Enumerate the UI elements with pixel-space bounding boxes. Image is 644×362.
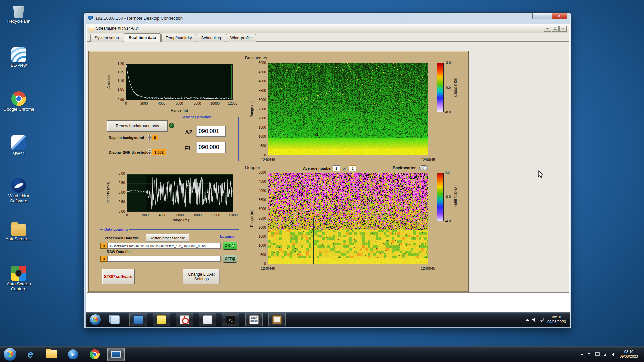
- remote-start-button[interactable]: [90, 314, 101, 325]
- taskbar-google-chrome[interactable]: [86, 348, 103, 361]
- tab-real-time-data[interactable]: Real time data: [124, 33, 161, 42]
- action-center-flag-icon[interactable]: [587, 352, 592, 357]
- system-clock[interactable]: 08:10 09/08/2023: [620, 350, 638, 359]
- display-icon[interactable]: [595, 352, 600, 357]
- desktop-icon-wind-lidar-software[interactable]: Wind Lidar Software: [3, 178, 35, 204]
- remote-taskbar-power-app[interactable]: [176, 313, 193, 326]
- logging-label: Logging: [220, 234, 234, 238]
- close-button[interactable]: ×: [552, 13, 567, 19]
- processed-drive-selector[interactable]: C: [100, 243, 107, 249]
- snr-value[interactable]: 1.002: [152, 149, 166, 155]
- average-total-value[interactable]: 1: [349, 165, 356, 171]
- axis-tick: 1.10: [111, 79, 124, 83]
- az-label: AZ: [185, 130, 192, 136]
- remote-taskbar-icons: >_Scan sched: [106, 313, 286, 326]
- tab-temp-humidity[interactable]: Temp/humidity: [161, 34, 196, 42]
- remote-taskbar-white-app[interactable]: [199, 313, 216, 326]
- off-label: OFF: [225, 257, 232, 261]
- raw-path-field[interactable]: [107, 256, 221, 262]
- raw-drive-selector[interactable]: C: [100, 256, 107, 262]
- processed-logging-toggle[interactable]: ON: [223, 242, 237, 250]
- doppler-plot[interactable]: [268, 173, 428, 264]
- tab-system-setup[interactable]: System setup: [90, 34, 123, 42]
- remote-network-icon[interactable]: [540, 317, 544, 322]
- streamline-app-window: StreamLine XR v14-6.vi − □ × System setu…: [87, 24, 569, 293]
- rdp-window-title: 192.168.0.150 - Remote Desktop Connectio…: [95, 16, 183, 21]
- remote-clock[interactable]: 08:10 09/08/2023: [547, 315, 566, 324]
- remote-taskbar-sticky-notes[interactable]: [153, 313, 170, 326]
- el-value[interactable]: 090.000: [196, 142, 226, 153]
- renew-background-button[interactable]: Renew background now: [107, 120, 168, 132]
- desktop-icon-auto-screen-capture[interactable]: Auto Screen Capture: [3, 266, 35, 292]
- volume-icon[interactable]: [611, 352, 616, 357]
- axis-tick: 1500: [253, 235, 266, 238]
- backscatter-display-toggle[interactable]: [419, 165, 428, 170]
- remote-desktop-icon: [111, 350, 121, 358]
- axis-tick: -5.00: [112, 209, 125, 213]
- app-content: A-scope Range (m) Renew background now R…: [87, 42, 569, 292]
- remote-taskbar-scan-scheduler[interactable]: Scan sched: [245, 313, 263, 326]
- bl-view-icon: [11, 47, 26, 62]
- dual-window-icon: [110, 315, 120, 324]
- axis-tick: 5.00: [112, 172, 125, 175]
- velocity-y-axis-label: Velocity (m/s): [106, 174, 111, 212]
- hidden-icons-button[interactable]: [580, 353, 584, 355]
- rays-spinner[interactable]: [148, 135, 151, 140]
- axis-tick: 2500: [253, 217, 266, 220]
- raw-logging-toggle[interactable]: OFF: [223, 255, 237, 263]
- rays-value[interactable]: 8: [152, 135, 158, 140]
- stop-software-button[interactable]: STOP software: [102, 269, 135, 284]
- axis-tick: 3500: [253, 89, 266, 93]
- axis-tick: 2.50: [112, 181, 125, 185]
- maximize-button[interactable]: □: [542, 13, 552, 19]
- app-close-button[interactable]: ×: [559, 26, 567, 32]
- start-button[interactable]: [3, 348, 17, 361]
- tab-scheduling[interactable]: Scheduling: [197, 34, 225, 42]
- velocity-plot[interactable]: [127, 174, 233, 212]
- taskbar-remote-desktop[interactable]: [107, 348, 125, 361]
- desktop-icon-recycle-bin[interactable]: Recycle Bin: [3, 3, 35, 24]
- az-value[interactable]: 090.001: [196, 126, 226, 137]
- average-number-value[interactable]: 1: [333, 165, 340, 171]
- app-minimize-button[interactable]: −: [544, 26, 551, 32]
- app-maximize-button[interactable]: □: [552, 26, 559, 32]
- velocity-x-axis-label: Range (m): [171, 218, 189, 222]
- backscatter-heatmap-canvas: [268, 63, 428, 155]
- ascope-plot[interactable]: [126, 64, 233, 100]
- axis-tick: 1.15: [111, 70, 124, 74]
- remote-volume-icon[interactable]: [532, 317, 537, 322]
- desktop-icon-google-chrome[interactable]: Google Chrome: [3, 91, 35, 112]
- app-titlebar[interactable]: StreamLine XR v14-6.vi − □ ×: [87, 24, 569, 33]
- network-icon[interactable]: [603, 352, 608, 357]
- wind-lidar-software-icon: [11, 178, 26, 193]
- change-lidar-settings-button[interactable]: Change LiDAR Settings: [183, 269, 220, 284]
- desktop-icon-mw41[interactable]: MW41: [3, 135, 35, 156]
- axis-tick: 12000: [228, 102, 237, 105]
- taskbar-internet-explorer[interactable]: e: [21, 348, 39, 361]
- tab-wind-profile[interactable]: Wind profile: [226, 34, 256, 42]
- snr-spinner[interactable]: [148, 149, 151, 155]
- remote-taskbar-blue-app[interactable]: [129, 313, 147, 326]
- taskbar-windows-explorer[interactable]: [43, 348, 60, 361]
- remote-taskbar-clipboard-app[interactable]: [268, 313, 286, 326]
- minimize-button[interactable]: −: [532, 13, 542, 19]
- restart-processed-file-button[interactable]: Restart processed file: [146, 234, 189, 242]
- clock-date: 09/08/2023: [620, 354, 638, 359]
- rdp-titlebar[interactable]: 192.168.0.150 - Remote Desktop Connectio…: [84, 13, 571, 23]
- desktop-icon-autoscreen-folder[interactable]: AutoScreen...: [3, 222, 35, 242]
- taskbar-media-player[interactable]: ▶: [64, 348, 82, 361]
- axis-tick: 0.00: [112, 191, 125, 194]
- desktop-icon-bl-view[interactable]: BL-View: [3, 47, 35, 68]
- processed-path-field[interactable]: C:\Lidar\Data\Proc\2023\202308\20230809\…: [107, 243, 221, 249]
- axis-tick: 6000: [176, 102, 183, 105]
- auto-screen-capture-icon: [11, 266, 26, 281]
- remote-taskbar-command-prompt[interactable]: >_: [222, 313, 239, 326]
- command-prompt-icon: >_: [226, 315, 235, 324]
- axis-tick: 2000: [141, 213, 149, 217]
- axis-tick: 4000: [159, 213, 166, 217]
- raw-data-file-label: RAW Data file: [107, 250, 131, 254]
- remote-taskbar-dual-window[interactable]: [106, 313, 124, 326]
- backscatter-plot[interactable]: [268, 63, 428, 155]
- axis-tick: 1.20: [111, 62, 124, 66]
- remote-hidden-icons-button[interactable]: [526, 319, 529, 321]
